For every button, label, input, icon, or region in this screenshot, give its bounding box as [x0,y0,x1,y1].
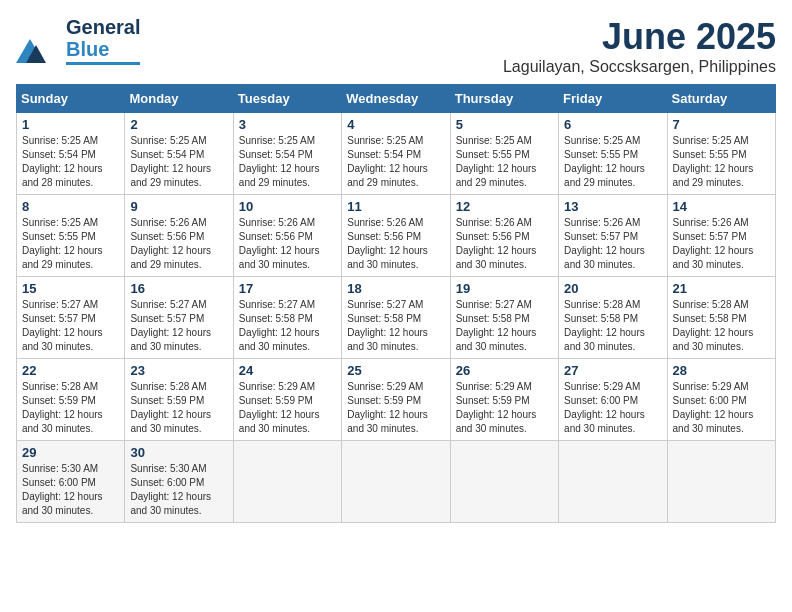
calendar-cell: 2Sunrise: 5:25 AM Sunset: 5:54 PM Daylig… [125,113,233,195]
day-number: 4 [347,117,444,132]
weekday-header-tuesday: Tuesday [233,85,341,113]
day-number: 5 [456,117,553,132]
day-info: Sunrise: 5:30 AM Sunset: 6:00 PM Dayligh… [130,462,227,518]
day-info: Sunrise: 5:26 AM Sunset: 5:56 PM Dayligh… [456,216,553,272]
logo-text-general: General [66,16,140,38]
calendar-cell: 5Sunrise: 5:25 AM Sunset: 5:55 PM Daylig… [450,113,558,195]
day-info: Sunrise: 5:27 AM Sunset: 5:57 PM Dayligh… [22,298,119,354]
day-info: Sunrise: 5:29 AM Sunset: 5:59 PM Dayligh… [347,380,444,436]
day-number: 1 [22,117,119,132]
day-info: Sunrise: 5:26 AM Sunset: 5:57 PM Dayligh… [564,216,661,272]
day-info: Sunrise: 5:28 AM Sunset: 5:59 PM Dayligh… [130,380,227,436]
calendar-cell: 29Sunrise: 5:30 AM Sunset: 6:00 PM Dayli… [17,441,125,523]
day-number: 11 [347,199,444,214]
day-info: Sunrise: 5:25 AM Sunset: 5:54 PM Dayligh… [347,134,444,190]
location-title: Laguilayan, Soccsksargen, Philippines [503,58,776,76]
day-number: 7 [673,117,770,132]
day-number: 16 [130,281,227,296]
calendar-cell: 17Sunrise: 5:27 AM Sunset: 5:58 PM Dayli… [233,277,341,359]
day-number: 30 [130,445,227,460]
calendar-cell [667,441,775,523]
calendar-week-5: 29Sunrise: 5:30 AM Sunset: 6:00 PM Dayli… [17,441,776,523]
day-number: 24 [239,363,336,378]
calendar-cell: 9Sunrise: 5:26 AM Sunset: 5:56 PM Daylig… [125,195,233,277]
day-info: Sunrise: 5:25 AM Sunset: 5:54 PM Dayligh… [22,134,119,190]
calendar-cell: 8Sunrise: 5:25 AM Sunset: 5:55 PM Daylig… [17,195,125,277]
day-number: 27 [564,363,661,378]
calendar-cell: 14Sunrise: 5:26 AM Sunset: 5:57 PM Dayli… [667,195,775,277]
day-info: Sunrise: 5:29 AM Sunset: 5:59 PM Dayligh… [239,380,336,436]
calendar-cell: 20Sunrise: 5:28 AM Sunset: 5:58 PM Dayli… [559,277,667,359]
calendar-week-1: 1Sunrise: 5:25 AM Sunset: 5:54 PM Daylig… [17,113,776,195]
calendar-cell: 18Sunrise: 5:27 AM Sunset: 5:58 PM Dayli… [342,277,450,359]
day-info: Sunrise: 5:25 AM Sunset: 5:55 PM Dayligh… [673,134,770,190]
day-info: Sunrise: 5:25 AM Sunset: 5:54 PM Dayligh… [239,134,336,190]
day-number: 6 [564,117,661,132]
day-number: 20 [564,281,661,296]
calendar-cell: 12Sunrise: 5:26 AM Sunset: 5:56 PM Dayli… [450,195,558,277]
day-info: Sunrise: 5:29 AM Sunset: 6:00 PM Dayligh… [673,380,770,436]
calendar-cell: 16Sunrise: 5:27 AM Sunset: 5:57 PM Dayli… [125,277,233,359]
weekday-header-thursday: Thursday [450,85,558,113]
day-info: Sunrise: 5:26 AM Sunset: 5:56 PM Dayligh… [347,216,444,272]
calendar-cell: 7Sunrise: 5:25 AM Sunset: 5:55 PM Daylig… [667,113,775,195]
calendar-cell: 15Sunrise: 5:27 AM Sunset: 5:57 PM Dayli… [17,277,125,359]
day-number: 2 [130,117,227,132]
day-info: Sunrise: 5:30 AM Sunset: 6:00 PM Dayligh… [22,462,119,518]
day-number: 18 [347,281,444,296]
weekday-header-saturday: Saturday [667,85,775,113]
day-number: 17 [239,281,336,296]
day-number: 8 [22,199,119,214]
calendar-cell: 19Sunrise: 5:27 AM Sunset: 5:58 PM Dayli… [450,277,558,359]
calendar-cell [233,441,341,523]
weekday-header-wednesday: Wednesday [342,85,450,113]
day-number: 15 [22,281,119,296]
calendar-cell: 28Sunrise: 5:29 AM Sunset: 6:00 PM Dayli… [667,359,775,441]
day-number: 19 [456,281,553,296]
calendar-cell: 25Sunrise: 5:29 AM Sunset: 5:59 PM Dayli… [342,359,450,441]
calendar-cell: 10Sunrise: 5:26 AM Sunset: 5:56 PM Dayli… [233,195,341,277]
calendar-cell: 21Sunrise: 5:28 AM Sunset: 5:58 PM Dayli… [667,277,775,359]
day-info: Sunrise: 5:27 AM Sunset: 5:57 PM Dayligh… [130,298,227,354]
day-number: 14 [673,199,770,214]
calendar-cell: 6Sunrise: 5:25 AM Sunset: 5:55 PM Daylig… [559,113,667,195]
day-info: Sunrise: 5:25 AM Sunset: 5:55 PM Dayligh… [564,134,661,190]
day-info: Sunrise: 5:25 AM Sunset: 5:55 PM Dayligh… [456,134,553,190]
calendar-cell [450,441,558,523]
day-number: 29 [22,445,119,460]
day-info: Sunrise: 5:28 AM Sunset: 5:59 PM Dayligh… [22,380,119,436]
calendar-cell: 30Sunrise: 5:30 AM Sunset: 6:00 PM Dayli… [125,441,233,523]
day-info: Sunrise: 5:29 AM Sunset: 5:59 PM Dayligh… [456,380,553,436]
calendar-cell: 23Sunrise: 5:28 AM Sunset: 5:59 PM Dayli… [125,359,233,441]
day-info: Sunrise: 5:27 AM Sunset: 5:58 PM Dayligh… [239,298,336,354]
calendar-cell: 13Sunrise: 5:26 AM Sunset: 5:57 PM Dayli… [559,195,667,277]
calendar-cell: 11Sunrise: 5:26 AM Sunset: 5:56 PM Dayli… [342,195,450,277]
day-info: Sunrise: 5:27 AM Sunset: 5:58 PM Dayligh… [456,298,553,354]
day-info: Sunrise: 5:26 AM Sunset: 5:57 PM Dayligh… [673,216,770,272]
calendar-cell: 22Sunrise: 5:28 AM Sunset: 5:59 PM Dayli… [17,359,125,441]
day-info: Sunrise: 5:28 AM Sunset: 5:58 PM Dayligh… [564,298,661,354]
calendar-cell: 1Sunrise: 5:25 AM Sunset: 5:54 PM Daylig… [17,113,125,195]
calendar-week-4: 22Sunrise: 5:28 AM Sunset: 5:59 PM Dayli… [17,359,776,441]
day-info: Sunrise: 5:26 AM Sunset: 5:56 PM Dayligh… [239,216,336,272]
day-info: Sunrise: 5:29 AM Sunset: 6:00 PM Dayligh… [564,380,661,436]
day-info: Sunrise: 5:27 AM Sunset: 5:58 PM Dayligh… [347,298,444,354]
logo-text-blue: Blue [66,38,109,60]
calendar-cell: 26Sunrise: 5:29 AM Sunset: 5:59 PM Dayli… [450,359,558,441]
day-number: 12 [456,199,553,214]
day-number: 10 [239,199,336,214]
calendar-cell: 27Sunrise: 5:29 AM Sunset: 6:00 PM Dayli… [559,359,667,441]
day-number: 13 [564,199,661,214]
day-info: Sunrise: 5:26 AM Sunset: 5:56 PM Dayligh… [130,216,227,272]
calendar-cell: 3Sunrise: 5:25 AM Sunset: 5:54 PM Daylig… [233,113,341,195]
calendar-week-3: 15Sunrise: 5:27 AM Sunset: 5:57 PM Dayli… [17,277,776,359]
calendar-cell [559,441,667,523]
weekday-header-sunday: Sunday [17,85,125,113]
weekday-header-friday: Friday [559,85,667,113]
calendar-cell: 24Sunrise: 5:29 AM Sunset: 5:59 PM Dayli… [233,359,341,441]
month-title: June 2025 [503,16,776,58]
title-area: June 2025 Laguilayan, Soccsksargen, Phil… [503,16,776,76]
day-info: Sunrise: 5:28 AM Sunset: 5:58 PM Dayligh… [673,298,770,354]
day-number: 9 [130,199,227,214]
day-number: 25 [347,363,444,378]
